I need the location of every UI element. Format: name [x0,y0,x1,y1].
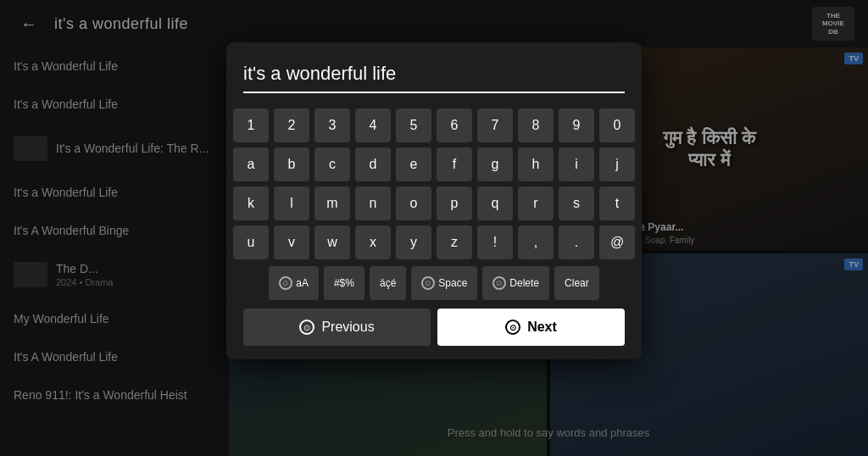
key-a[interactable]: a [233,147,269,181]
previous-button[interactable]: ⊙ Previous [243,309,431,346]
previous-icon: ⊙ [299,320,314,335]
keyboard-nav-row: ⊙ Previous ⊙ Next [243,309,625,346]
symbols-label: #$% [334,277,354,289]
key-6[interactable]: 6 [437,108,472,142]
key-k[interactable]: k [233,186,269,220]
clear-button[interactable]: Clear [554,266,599,300]
key-8[interactable]: 8 [518,108,554,142]
key-o[interactable]: o [396,186,431,220]
space-icon: ⊙ [421,276,435,290]
accents-label: äçé [380,277,396,289]
key-x[interactable]: x [355,225,391,259]
keyboard-rows: 1 2 3 4 5 6 7 8 9 0 a b c d e f g h [243,108,625,259]
key-m[interactable]: m [314,186,350,220]
key-j[interactable]: j [599,147,635,181]
key-2[interactable]: 2 [274,108,309,142]
key-d[interactable]: d [355,147,391,181]
key-f[interactable]: f [437,147,472,181]
key-n[interactable]: n [355,186,391,220]
key-b[interactable]: b [274,147,309,181]
key-at[interactable]: @ [599,225,635,259]
key-i[interactable]: i [559,147,594,181]
previous-label: Previous [321,320,374,335]
next-icon: ⊙ [505,320,520,335]
number-row: 1 2 3 4 5 6 7 8 9 0 [243,108,625,142]
key-z[interactable]: z [437,225,472,259]
caps-label: aA [296,277,309,289]
next-label: Next [527,320,557,335]
accents-button[interactable]: äçé [370,266,406,300]
key-y[interactable]: y [396,225,431,259]
key-period[interactable]: . [559,225,594,259]
key-h[interactable]: h [518,147,554,181]
key-g[interactable]: g [477,147,513,181]
keyboard-modal: 1 2 3 4 5 6 7 8 9 0 a b c d e f g h [226,42,642,359]
key-p[interactable]: p [437,186,472,220]
alpha-row-2: k l m n o p q r s t [243,186,625,220]
key-t[interactable]: t [599,186,635,220]
delete-label: Delete [509,277,539,289]
key-c[interactable]: c [314,147,350,181]
delete-button[interactable]: ⊙ Delete [482,266,549,300]
symbols-button[interactable]: #$% [324,266,364,300]
key-4[interactable]: 4 [355,108,391,142]
key-r[interactable]: r [518,186,554,220]
key-9[interactable]: 9 [559,108,594,142]
key-1[interactable]: 1 [233,108,269,142]
alpha-row-3: u v w x y z ! , . @ [243,225,625,259]
key-v[interactable]: v [274,225,309,259]
key-comma[interactable]: , [518,225,554,259]
space-button[interactable]: ⊙ Space [411,266,477,300]
key-e[interactable]: e [396,147,431,181]
key-l[interactable]: l [274,186,309,220]
key-7[interactable]: 7 [477,108,513,142]
caps-toggle-button[interactable]: ⊙ aA [269,266,319,300]
clear-label: Clear [565,277,589,289]
key-w[interactable]: w [314,225,350,259]
key-5[interactable]: 5 [396,108,431,142]
next-button[interactable]: ⊙ Next [437,309,625,346]
delete-icon: ⊙ [492,276,506,290]
keyboard-search-input[interactable] [243,59,625,93]
key-3[interactable]: 3 [314,108,350,142]
key-q[interactable]: q [477,186,513,220]
alpha-row-1: a b c d e f g h i j [243,147,625,181]
caps-icon: ⊙ [279,276,292,290]
keyboard-overlay: 1 2 3 4 5 6 7 8 9 0 a b c d e f g h [0,0,868,456]
key-exclaim[interactable]: ! [477,225,513,259]
key-u[interactable]: u [233,225,269,259]
space-label: Space [438,277,467,289]
key-0[interactable]: 0 [599,108,635,142]
key-s[interactable]: s [559,186,594,220]
special-keys-row: ⊙ aA #$% äçé ⊙ Space ⊙ Delete Clear [243,266,625,300]
